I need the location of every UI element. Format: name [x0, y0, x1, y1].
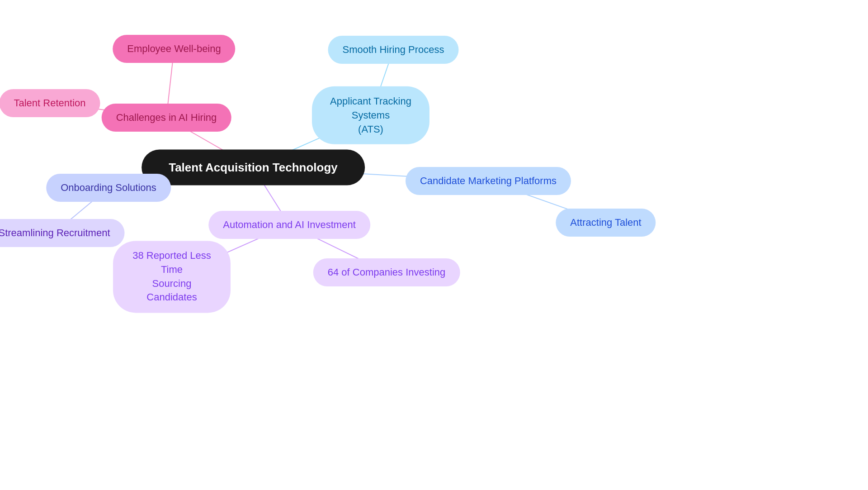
- attracting-talent-node: Attracting Talent: [556, 209, 656, 237]
- streamlining-label: Streamlining Recruitment: [0, 227, 110, 239]
- center-node: Talent Acquisition Technology: [142, 150, 365, 186]
- automation-ai-label: Automation and AI Investment: [223, 219, 356, 231]
- onboarding-solutions-label: Onboarding Solutions: [61, 182, 156, 194]
- streamlining-node: Streamlining Recruitment: [0, 219, 124, 247]
- smooth-hiring-label: Smooth Hiring Process: [343, 44, 444, 56]
- onboarding-solutions-node: Onboarding Solutions: [46, 174, 171, 202]
- talent-retention-label: Talent Retention: [14, 97, 86, 109]
- talent-retention-node: Talent Retention: [0, 89, 100, 117]
- employee-wellbeing-label: Employee Well-being: [127, 43, 221, 55]
- challenges-ai-node: Challenges in AI Hiring: [102, 104, 231, 132]
- reported-less-time-node: 38 Reported Less TimeSourcing Candidates: [113, 241, 231, 313]
- companies-investing-node: 64 of Companies Investing: [313, 258, 460, 286]
- automation-ai-node: Automation and AI Investment: [208, 211, 370, 239]
- employee-wellbeing-node: Employee Well-being: [113, 35, 235, 63]
- companies-investing-label: 64 of Companies Investing: [328, 266, 446, 278]
- attracting-talent-label: Attracting Talent: [570, 217, 641, 228]
- ats-node: Applicant Tracking Systems(ATS): [312, 86, 429, 144]
- smooth-hiring-node: Smooth Hiring Process: [328, 36, 459, 64]
- center-label: Talent Acquisition Technology: [169, 161, 338, 175]
- challenges-ai-label: Challenges in AI Hiring: [116, 112, 217, 124]
- reported-less-time-label: 38 Reported Less TimeSourcing Candidates: [127, 249, 216, 304]
- candidate-marketing-node: Candidate Marketing Platforms: [406, 167, 571, 195]
- ats-label: Applicant Tracking Systems(ATS): [326, 95, 415, 136]
- candidate-marketing-label: Candidate Marketing Platforms: [420, 175, 557, 187]
